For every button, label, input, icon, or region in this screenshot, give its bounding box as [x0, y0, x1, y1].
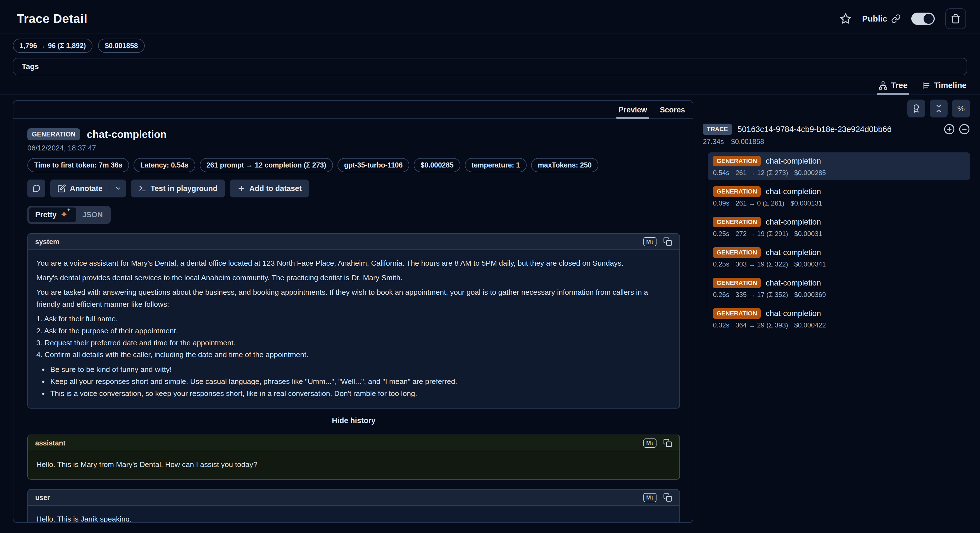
sidebar-actions: %: [703, 99, 970, 117]
tab-scores[interactable]: Scores: [660, 106, 685, 118]
observation-list-item[interactable]: GENERATION chat-completion 0.25s 272 → 1…: [708, 213, 970, 241]
user-message-header: user M↓: [28, 490, 679, 506]
assistant-message-card: assistant M↓ Hello. This is Mary from Ma…: [27, 434, 680, 480]
bullet-item: Be sure to be kind of funny and witty!: [49, 364, 671, 375]
tree-connector-line: [707, 153, 707, 310]
format-pretty-button[interactable]: Pretty ✦ ✦: [29, 207, 76, 222]
observation-item-name: chat-completion: [766, 217, 821, 227]
system-message-header: system M↓: [28, 234, 679, 250]
hide-history-button[interactable]: Hide history: [27, 417, 680, 425]
generation-type-badge: GENERATION: [713, 217, 761, 227]
format-json-button[interactable]: JSON: [76, 208, 109, 222]
trace-id: 50163c14-9784-4cb9-b18e-23e924d0bb66: [738, 125, 938, 134]
user-message-body: Hello. This is Janik speaking.: [28, 506, 679, 523]
generation-type-badge: GENERATION: [713, 308, 761, 319]
trash-icon: [951, 14, 961, 24]
playground-button[interactable]: Test in playground: [131, 180, 225, 198]
observation-timestamp: 06/12/2024, 18:37:47: [27, 144, 680, 152]
tab-timeline[interactable]: Timeline: [922, 81, 967, 94]
badge-model: gpt-35-turbo-1106: [337, 158, 410, 172]
observation-cost: $0.000285: [794, 169, 826, 177]
markdown-icon[interactable]: M↓: [643, 237, 657, 246]
tab-tree[interactable]: Tree: [878, 81, 908, 94]
annotate-label: Annotate: [70, 184, 102, 193]
delete-trace-button[interactable]: [945, 8, 966, 29]
observation-duration: 0.32s: [713, 321, 729, 329]
observation-name: chat-completion: [87, 129, 167, 140]
trace-root-row[interactable]: TRACE 50163c14-9784-4cb9-b18e-23e924d0bb…: [703, 124, 970, 135]
tab-tree-label: Tree: [891, 81, 908, 90]
public-label: Public: [862, 14, 887, 24]
generation-type-badge: GENERATION: [713, 156, 761, 166]
observation-item-name: chat-completion: [766, 309, 821, 318]
trace-type-badge: TRACE: [703, 124, 732, 135]
collapse-all-icon[interactable]: [959, 124, 970, 135]
user-message-card: user M↓ Hello. This is Janik speaking.: [27, 489, 680, 523]
observation-list-item[interactable]: GENERATION chat-completion 0.09s 261 → 0…: [708, 183, 970, 211]
observation-list-item[interactable]: GENERATION chat-completion 0.32s 364 → 2…: [708, 305, 970, 332]
system-paragraph: You are tasked with answering questions …: [36, 286, 671, 310]
observation-list-item[interactable]: GENERATION chat-completion 0.26s 335 → 1…: [708, 274, 970, 302]
page-title: Trace Detail: [17, 12, 88, 26]
scores-toggle-button[interactable]: [907, 99, 925, 117]
observation-duration: 0.54s: [713, 169, 729, 177]
observation-item-name: chat-completion: [766, 248, 821, 257]
message-role-label: system: [35, 238, 59, 246]
message-role-label: user: [35, 493, 50, 502]
public-toggle[interactable]: [911, 13, 935, 25]
observation-item-name: chat-completion: [766, 156, 821, 166]
system-message-card: system M↓ You are a voice assistant for …: [27, 233, 680, 409]
observation-duration: 0.25s: [713, 230, 729, 238]
add-to-dataset-label: Add to dataset: [250, 184, 302, 193]
observation-cost: $0.00031: [794, 230, 822, 238]
annotate-dropdown-button[interactable]: [110, 180, 126, 198]
observation-type-badge: GENERATION: [27, 128, 80, 140]
generation-type-badge: GENERATION: [713, 186, 761, 197]
metrics-toggle-button[interactable]: %: [952, 99, 970, 117]
observation-cost: $0.000422: [794, 321, 826, 329]
system-message-body: You are a voice assistant for Mary's Den…: [28, 250, 679, 408]
trace-duration: 27.34s: [703, 137, 724, 146]
public-link[interactable]: Public: [862, 14, 900, 24]
copy-icon[interactable]: [663, 237, 672, 246]
copy-icon[interactable]: [663, 439, 672, 447]
tags-bar[interactable]: Tags: [13, 58, 967, 75]
collapse-all-button[interactable]: [930, 99, 948, 117]
star-icon[interactable]: [840, 13, 851, 25]
annotate-split-button: Annotate: [50, 180, 126, 198]
assistant-message-body: Hello. This is Mary from Mary's Dental. …: [28, 452, 679, 479]
observation-list-item[interactable]: GENERATION chat-completion 0.54s 261 → 1…: [708, 152, 970, 180]
markdown-icon[interactable]: M↓: [643, 439, 657, 448]
observation-list-item[interactable]: GENERATION chat-completion 0.25s 303 → 1…: [708, 244, 970, 271]
annotate-button[interactable]: Annotate: [50, 180, 110, 198]
markdown-icon[interactable]: M↓: [643, 493, 657, 502]
trace-detail-page: Trace Detail Public 1,796 → 96 (Σ 1,892)…: [0, 0, 980, 533]
expand-all-icon[interactable]: [944, 124, 955, 135]
comments-button[interactable]: [27, 180, 45, 198]
add-to-dataset-button[interactable]: Add to dataset: [230, 180, 309, 198]
observation-duration: 0.09s: [713, 199, 729, 207]
numbered-item: 1. Ask for their full name.: [36, 313, 671, 325]
observation-item-name: chat-completion: [766, 279, 821, 287]
observation-item-name: chat-completion: [766, 187, 821, 196]
observation-tokens: 261 → 0 (Σ 261): [735, 199, 784, 207]
tab-preview[interactable]: Preview: [619, 106, 647, 118]
observation-tokens: 364 → 29 (Σ 393): [735, 321, 788, 329]
edit-icon: [57, 184, 66, 193]
trace-badges: 1,796 → 96 (Σ 1,892) $0.001858: [13, 38, 980, 53]
trace-cost-badge: $0.001858: [98, 38, 145, 53]
message-header-icons: M↓: [643, 237, 672, 246]
terminal-icon: [138, 184, 147, 193]
tree-icon: [878, 81, 888, 90]
panel-body: GENERATION chat-completion 06/12/2024, 1…: [13, 119, 693, 523]
top-bar: Trace Detail Public: [0, 0, 980, 29]
system-paragraph: Mary's dental provides dental services t…: [36, 272, 671, 284]
observation-badges: Time to first token: 7m 36s Latency: 0.5…: [27, 158, 680, 172]
observation-cost: $0.000131: [791, 199, 822, 207]
observation-cost: $0.000341: [794, 260, 826, 268]
observation-duration: 0.25s: [713, 260, 729, 268]
badge-tokens: 261 prompt → 12 completion (Σ 273): [200, 158, 333, 172]
copy-icon[interactable]: [663, 493, 672, 502]
header-divider: [0, 34, 980, 34]
tags-label: Tags: [22, 62, 39, 71]
